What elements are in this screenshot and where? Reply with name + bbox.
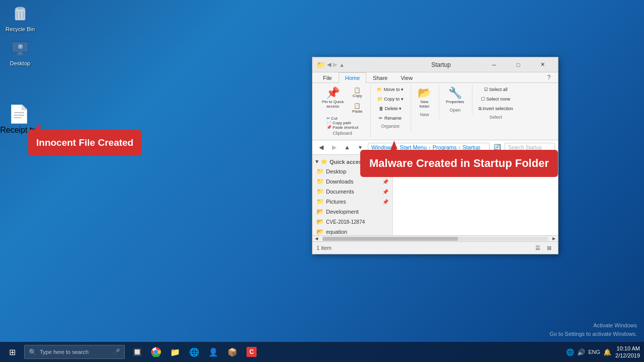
view-buttons: ☰ ⊞ <box>533 243 554 253</box>
file-explorer-icon[interactable]: 📁 <box>166 342 184 362</box>
select-none-button[interactable]: ☐ Select none <box>475 95 516 104</box>
activate-line1: Activate Windows <box>549 321 637 330</box>
desktop-icon[interactable]: ⊞ Desktop <box>2 36 38 68</box>
network-tray-icon[interactable]: 🌐 <box>566 348 574 356</box>
taskbar: ⊞ 🔍 Type here to search 🎤 🔲 📁 🌐 👤 <box>0 342 644 362</box>
ribbon-new-group: 📂 Newfolder New <box>412 85 439 119</box>
system-tray: 🌐 🔊 ENG 🔔 <box>566 348 611 356</box>
taskbar-search[interactable]: 🔍 Type here to search 🎤 <box>24 345 125 359</box>
tab-share[interactable]: Share <box>366 72 394 83</box>
sidebar-downloads-label: Downloads <box>326 178 353 185</box>
horizontal-scrollbar[interactable]: ◀ ▶ <box>312 235 558 241</box>
sidebar-item-downloads[interactable]: 📁 Downloads 📌 <box>312 176 392 187</box>
volume-icon[interactable]: 🔊 <box>577 348 585 356</box>
pin-icon-pictures: 📌 <box>382 199 388 205</box>
clipboard-extras: ✂ Cut 📄 Copy path 📌 Paste shortcut <box>327 116 358 130</box>
properties-icon: 🔧 <box>448 87 462 99</box>
paste-shortcut-label: 📌 Paste shortcut <box>327 125 358 130</box>
recycle-bin-label: Recycle Bin <box>6 26 35 32</box>
view-grid-button[interactable]: ⊞ <box>544 243 554 253</box>
sidebar-item-cve[interactable]: 📂 CVE-2018-12874 <box>312 217 392 227</box>
app-icon-red[interactable]: C <box>243 342 261 362</box>
folder-icon-development: 📂 <box>316 208 324 215</box>
new-folder-button[interactable]: 📂 Newfolder <box>414 85 435 111</box>
back-button[interactable]: ◀ <box>315 142 327 153</box>
notifications-icon[interactable]: 🔔 <box>603 348 611 356</box>
move-to-button[interactable]: 📁 Move to ▾ <box>374 85 407 94</box>
edge-icon[interactable]: 🌐 <box>185 342 203 362</box>
title-bar-controls: ─ □ ✕ <box>482 57 554 72</box>
close-button[interactable]: ✕ <box>531 57 554 72</box>
mail-icon[interactable]: 📦 <box>223 342 242 362</box>
sidebar-item-pictures[interactable]: 📁 Pictures 📌 <box>312 197 392 207</box>
sidebar-cve-label: CVE-2018-12874 <box>326 219 365 225</box>
new-folder-label: Newfolder <box>420 100 430 109</box>
taskbar-right: 🌐 🔊 ENG 🔔 10:10 AM 2/12/2019 <box>566 345 644 359</box>
title-bar-nav-back[interactable]: ◀ <box>327 61 331 68</box>
folder-icon-documents: 📁 <box>316 188 324 195</box>
ribbon-help-button[interactable]: ? <box>544 72 554 82</box>
view-list-button[interactable]: ☰ <box>533 243 543 253</box>
scroll-thumb[interactable] <box>323 237 458 241</box>
scroll-right-arrow[interactable]: ▶ <box>550 236 558 242</box>
svg-rect-9 <box>16 54 24 55</box>
folder-icon-desktop: 📁 <box>316 168 324 175</box>
svg-text:⊞: ⊞ <box>18 43 23 49</box>
copy-paste-group: 📋 Copy 📋 Paste <box>348 85 366 116</box>
chrome-icon[interactable] <box>147 342 165 362</box>
scroll-left-arrow[interactable]: ◀ <box>312 236 320 242</box>
delete-button[interactable]: 🗑 Delete ▾ <box>374 104 407 113</box>
maximize-button[interactable]: □ <box>507 57 530 72</box>
innocent-file-callout: Innocent File Created <box>28 130 141 156</box>
copy-to-button[interactable]: 📁 Copy to ▾ <box>374 95 407 104</box>
up-button[interactable]: ▲ <box>342 142 353 153</box>
title-bar-nav-up[interactable]: ▲ <box>339 62 345 68</box>
store-icon[interactable]: 👤 <box>204 342 222 362</box>
open-group-label: Open <box>449 108 460 113</box>
sidebar-equation-label: equation <box>326 229 347 235</box>
title-bar-nav-fwd[interactable]: ▶ <box>333 61 337 68</box>
activate-windows-notice: Activate Windows Go to Settings to activ… <box>549 321 637 338</box>
properties-button[interactable]: 🔧 Properties <box>442 85 467 107</box>
folder-icon-cve: 📂 <box>316 218 324 225</box>
search-icon: 🔍 <box>29 348 37 356</box>
microphone-icon: 🎤 <box>113 348 120 355</box>
task-view-button[interactable]: 🔲 <box>128 342 146 362</box>
sidebar-item-documents[interactable]: 📁 Documents 📌 <box>312 187 392 197</box>
ribbon-content: 📌 Pin to Quickaccess 📋 Copy 📋 Paste <box>312 83 558 140</box>
sidebar-item-equation[interactable]: 📂 equation <box>312 227 392 235</box>
sidebar-item-development[interactable]: 📂 Development <box>312 207 392 217</box>
scroll-track[interactable] <box>323 237 548 241</box>
malware-callout: Malware Created in Startup Folder <box>360 150 558 177</box>
ribbon-select-group: ☑ Select all ☐ Select none ⧉ Invert sele… <box>473 85 520 122</box>
tab-file[interactable]: File <box>316 72 339 83</box>
start-button[interactable]: ⊞ <box>0 342 24 362</box>
tab-home[interactable]: Home <box>339 72 366 83</box>
paste-label: Paste <box>352 109 362 114</box>
forward-button[interactable]: ▶ <box>329 142 340 153</box>
title-bar-left: 📁 ◀ ▶ ▲ <box>316 61 399 69</box>
activate-line2: Go to Settings to activate Windows. <box>549 330 637 338</box>
recycle-bin-icon[interactable]: Recycle Bin <box>2 2 38 34</box>
quick-access-expand-icon: ▾ <box>315 158 318 165</box>
pin-label: Pin to Quickaccess <box>322 100 344 109</box>
new-group-label: New <box>420 112 429 117</box>
invert-selection-button[interactable]: ⧉ Invert selection <box>475 104 516 114</box>
cut-label: ✂ Cut <box>327 116 358 121</box>
battery-icon[interactable]: ENG <box>588 349 600 355</box>
rename-button[interactable]: ✏ Rename <box>374 114 407 123</box>
tab-view[interactable]: View <box>394 72 419 83</box>
select-all-button[interactable]: ☑ Select all <box>475 85 516 94</box>
minimize-button[interactable]: ─ <box>482 57 506 72</box>
paste-button[interactable]: 📋 Paste <box>348 101 366 116</box>
svg-point-17 <box>154 350 158 354</box>
svg-rect-7 <box>12 41 28 42</box>
system-clock[interactable]: 10:10 AM 2/12/2019 <box>615 345 640 359</box>
pin-to-quick-button[interactable]: 📌 Pin to Quickaccess <box>318 85 347 116</box>
rename-label: ✏ Rename <box>379 116 401 121</box>
title-bar-icon: 📁 <box>316 61 325 69</box>
new-folder-icon: 📂 <box>418 87 431 99</box>
organize-buttons: 📁 Move to ▾ 📁 Copy to ▾ 🗑 Delete ▾ ✏ Ren… <box>374 85 407 123</box>
status-bar: 1 item ☰ ⊞ <box>312 241 558 254</box>
copy-button[interactable]: 📋 Copy <box>348 85 366 100</box>
